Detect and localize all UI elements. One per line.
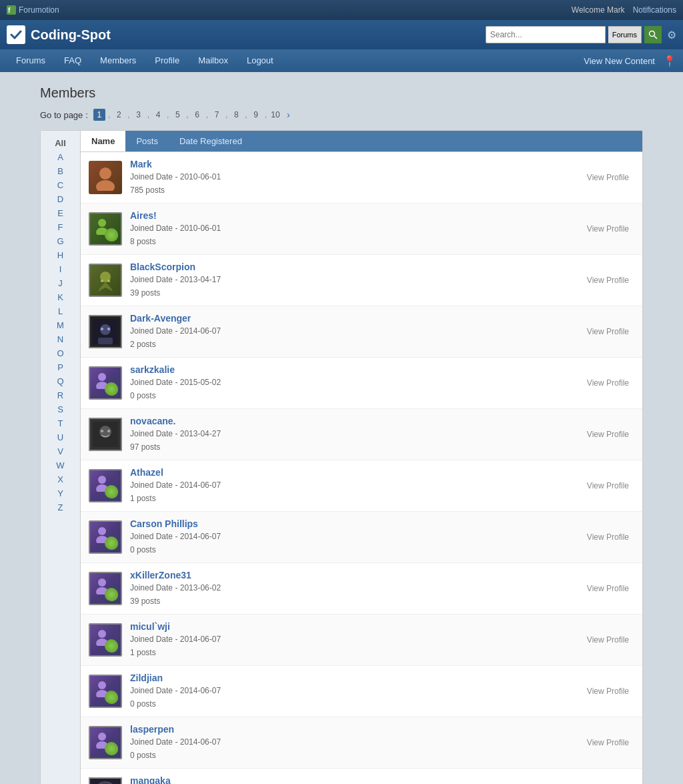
member-name[interactable]: mangaka bbox=[130, 775, 579, 784]
page-3[interactable]: 3 bbox=[133, 109, 145, 121]
alpha-w[interactable]: W bbox=[41, 458, 80, 472]
member-name[interactable]: BlackScorpion bbox=[130, 262, 579, 272]
alpha-filter: All A B C D E F G H I J K L M N O P Q R … bbox=[41, 131, 81, 784]
page-1[interactable]: 1 bbox=[93, 109, 105, 121]
table-row: Mark Joined Date - 2010-06-01 785 posts … bbox=[81, 152, 642, 204]
view-profile-button[interactable]: View Profile bbox=[587, 276, 634, 285]
page-6[interactable]: 6 bbox=[191, 109, 203, 121]
table-row: sarkzkalie Joined Date - 2015-05-02 0 po… bbox=[81, 358, 642, 409]
view-profile-button[interactable]: View Profile bbox=[587, 687, 634, 696]
alpha-i[interactable]: I bbox=[41, 262, 80, 276]
view-profile-button[interactable]: View Profile bbox=[587, 327, 634, 336]
alpha-c[interactable]: C bbox=[41, 178, 80, 192]
page-2[interactable]: 2 bbox=[113, 109, 125, 121]
table-row: Athazel Joined Date - 2014-06-07 1 posts… bbox=[81, 460, 642, 512]
member-joined: Joined Date - 2013-04-17 bbox=[130, 274, 579, 286]
view-profile-button[interactable]: View Profile bbox=[587, 173, 634, 182]
avatar bbox=[89, 726, 122, 759]
view-profile-button[interactable]: View Profile bbox=[587, 224, 634, 234]
member-name[interactable]: Aires! bbox=[130, 210, 579, 221]
page-4[interactable]: 4 bbox=[152, 109, 164, 121]
nav-faq[interactable]: FAQ bbox=[55, 49, 91, 72]
alpha-e[interactable]: E bbox=[41, 206, 80, 220]
site-logo[interactable]: Coding-Spot bbox=[7, 25, 111, 44]
member-name[interactable]: Dark-Avenger bbox=[130, 313, 579, 324]
location-icon: 📍 bbox=[663, 55, 676, 67]
member-name[interactable]: Mark bbox=[130, 159, 579, 169]
member-posts: 785 posts bbox=[130, 184, 579, 196]
page-5[interactable]: 5 bbox=[171, 109, 183, 121]
alpha-h[interactable]: H bbox=[41, 248, 80, 262]
alpha-x[interactable]: X bbox=[41, 472, 80, 486]
member-name[interactable]: lasperpen bbox=[130, 724, 579, 735]
view-profile-button[interactable]: View Profile bbox=[587, 635, 634, 645]
member-name[interactable]: Zildjian bbox=[130, 673, 579, 683]
tab-name[interactable]: Name bbox=[81, 131, 125, 151]
svg-point-28 bbox=[98, 630, 106, 638]
settings-button[interactable]: ⚙ bbox=[667, 29, 676, 41]
tab-date-registered[interactable]: Date Registered bbox=[169, 131, 253, 151]
search-input[interactable] bbox=[486, 26, 606, 43]
alpha-d[interactable]: D bbox=[41, 192, 80, 206]
member-name[interactable]: xKillerZone31 bbox=[130, 570, 579, 580]
search-go-button[interactable] bbox=[644, 26, 662, 43]
svg-point-5 bbox=[96, 180, 115, 191]
page-8[interactable]: 8 bbox=[230, 109, 242, 121]
alpha-q[interactable]: Q bbox=[41, 374, 80, 388]
tab-posts[interactable]: Posts bbox=[125, 131, 169, 151]
member-name[interactable]: Athazel bbox=[130, 467, 579, 478]
member-list: Mark Joined Date - 2010-06-01 785 posts … bbox=[81, 152, 642, 784]
notifications-link[interactable]: Notifications bbox=[633, 5, 676, 15]
view-profile-button[interactable]: View Profile bbox=[587, 532, 634, 542]
alpha-a[interactable]: A bbox=[41, 150, 80, 164]
nav-forums[interactable]: Forums bbox=[7, 49, 55, 72]
member-name[interactable]: sarkzkalie bbox=[130, 364, 579, 375]
page-9[interactable]: 9 bbox=[250, 109, 262, 121]
member-info: BlackScorpion Joined Date - 2013-04-17 3… bbox=[130, 262, 579, 299]
alpha-z[interactable]: Z bbox=[41, 500, 80, 514]
view-profile-button[interactable]: View Profile bbox=[587, 430, 634, 439]
alpha-o[interactable]: O bbox=[41, 346, 80, 360]
member-posts: 1 posts bbox=[130, 492, 579, 504]
member-info: sarkzkalie Joined Date - 2015-05-02 0 po… bbox=[130, 364, 579, 402]
nav-mailbox[interactable]: Mailbox bbox=[189, 49, 237, 72]
view-profile-button[interactable]: View Profile bbox=[587, 738, 634, 747]
table-row: Aires! Joined Date - 2010-06-01 8 posts … bbox=[81, 204, 642, 255]
member-name[interactable]: novacane. bbox=[130, 416, 579, 426]
alpha-l[interactable]: L bbox=[41, 304, 80, 318]
next-page-arrow[interactable]: › bbox=[287, 109, 290, 120]
alpha-all[interactable]: All bbox=[41, 136, 80, 150]
alpha-s[interactable]: S bbox=[41, 402, 80, 416]
view-profile-button[interactable]: View Profile bbox=[587, 584, 634, 593]
alpha-y[interactable]: Y bbox=[41, 486, 80, 500]
avatar bbox=[89, 264, 122, 297]
search-scope-button[interactable]: Forums bbox=[608, 26, 642, 43]
alpha-b[interactable]: B bbox=[41, 164, 80, 178]
alpha-n[interactable]: N bbox=[41, 332, 80, 346]
svg-point-26 bbox=[98, 578, 106, 586]
alpha-u[interactable]: U bbox=[41, 430, 80, 444]
nav-logout[interactable]: Logout bbox=[237, 49, 283, 72]
member-joined: Joined Date - 2014-06-07 bbox=[130, 530, 579, 542]
member-name[interactable]: Carson Phillips bbox=[130, 518, 579, 529]
nav-members[interactable]: Members bbox=[91, 49, 145, 72]
page-10[interactable]: 10 bbox=[269, 109, 281, 121]
alpha-p[interactable]: P bbox=[41, 360, 80, 374]
view-new-content-link[interactable]: View New Content bbox=[584, 56, 655, 66]
alpha-f[interactable]: F bbox=[41, 220, 80, 234]
member-posts: 39 posts bbox=[130, 595, 579, 607]
page-7[interactable]: 7 bbox=[211, 109, 223, 121]
alpha-j[interactable]: J bbox=[41, 276, 80, 290]
member-tabs: Name Posts Date Registered bbox=[81, 131, 642, 152]
alpha-v[interactable]: V bbox=[41, 444, 80, 458]
nav-profile[interactable]: Profile bbox=[145, 49, 189, 72]
alpha-r[interactable]: R bbox=[41, 388, 80, 402]
avatar bbox=[89, 161, 122, 194]
alpha-g[interactable]: G bbox=[41, 234, 80, 248]
view-profile-button[interactable]: View Profile bbox=[587, 481, 634, 490]
alpha-t[interactable]: T bbox=[41, 416, 80, 430]
alpha-k[interactable]: K bbox=[41, 290, 80, 304]
member-name[interactable]: micul`wji bbox=[130, 621, 579, 632]
alpha-m[interactable]: M bbox=[41, 318, 80, 332]
view-profile-button[interactable]: View Profile bbox=[587, 378, 634, 388]
